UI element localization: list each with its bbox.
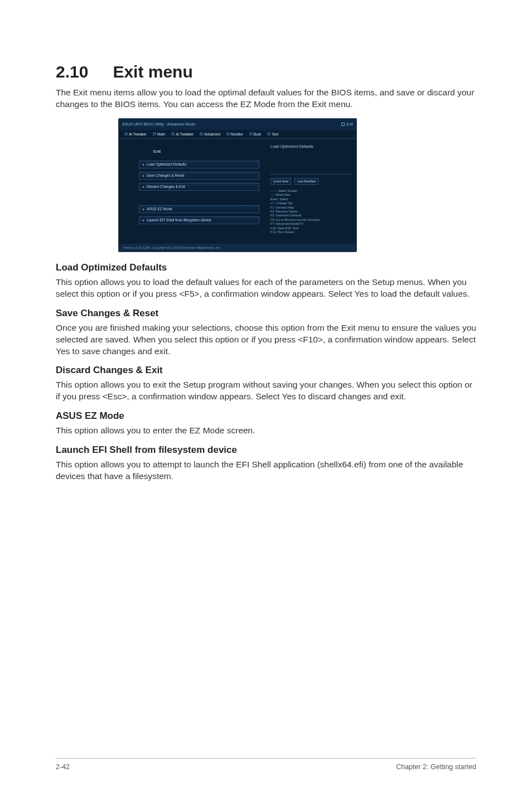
tab-icon [171,132,175,136]
tab-icon [200,132,203,136]
tab-item[interactable]: Main [151,131,167,137]
subheading-discard-changes-exit: Discard Changes & Exit [56,365,476,376]
bios-body: Exit Load Optimized Defaults Save Change… [119,139,356,244]
tab-item[interactable]: Tool [265,131,280,137]
bios-help-panel: Load Optimized Defaults Quick Note Last … [266,139,356,244]
menu-discard-changes-exit[interactable]: Discard Changes & Exit [139,183,259,191]
quick-note-button[interactable]: Quick Note [270,178,291,185]
help-box: Quick Note Last Modified →←: Select Scre… [270,174,351,235]
subheading-load-optimized-defaults: Load Optimized Defaults [56,262,476,273]
help-description: Load Optimized Defaults [270,144,351,148]
quick-buttons-row: Quick Note Last Modified [270,178,351,185]
paragraph: This option allows you to enter the EZ M… [56,425,476,437]
menu-launch-efi-shell[interactable]: Launch EFI Shell from filesystem device [139,216,259,224]
chapter-label: Chapter 2: Getting started [396,763,476,771]
bios-bottombar: Version 2.10.1208. Copyright (C) 2013 Am… [119,244,356,252]
intro-paragraph: The Exit menu items allow you to load th… [56,87,476,110]
subheading-launch-efi-shell: Launch EFI Shell from filesystem device [56,445,476,456]
menu-save-changes-reset[interactable]: Save Changes & Reset [139,172,259,180]
section-number: 2.10 [56,62,88,81]
paragraph: Once you are finished making your select… [56,322,476,357]
tab-item[interactable]: Monitor [224,131,245,137]
page-footer: 2-42 Chapter 2: Getting started [56,758,476,771]
bios-version-text: Version 2.10.1208. Copyright (C) 2013 Am… [123,246,221,249]
bios-tab-row: Ai Tweaker Main Ai Tweaker Advanced Moni… [119,130,356,139]
key-help-text: →←: Select Screen ↑↓: Select Item Enter:… [270,189,351,235]
page-number: 2-42 [56,763,70,771]
bios-title-text: ASUS UEFI BIOS Utility - Advanced Mode [122,122,195,126]
last-modified-button[interactable]: Last Modified [294,178,318,185]
exit-label: Exit [153,149,259,154]
tab-item[interactable]: Boot [247,131,263,137]
section-heading: Exit menu [113,62,192,81]
paragraph: This option allows you to exit the Setup… [56,379,476,403]
tab-icon [226,132,230,136]
bios-menu-panel: Exit Load Optimized Defaults Save Change… [119,139,266,244]
subheading-save-changes-reset: Save Changes & Reset [56,308,476,319]
menu-separator [139,194,259,202]
tab-icon [124,132,128,136]
page-title: 2.10Exit menu [56,62,476,81]
bios-screenshot: ASUS UEFI BIOS Utility - Advanced Mode E… [118,118,357,252]
document-page: 2.10Exit menu The Exit menu items allow … [0,0,532,802]
subheading-asus-ez-mode: ASUS EZ Mode [56,410,476,422]
menu-load-optimized-defaults[interactable]: Load Optimized Defaults [139,161,259,168]
paragraph: This option allows you to attempt to lau… [56,459,476,482]
tab-icon [249,132,253,136]
bios-exit-button[interactable]: Exit [341,122,353,126]
tab-item[interactable]: Ai Tweaker [169,131,196,137]
tab-item[interactable]: Ai Tweaker [122,131,149,137]
bios-titlebar: ASUS UEFI BIOS Utility - Advanced Mode E… [119,119,356,130]
tab-icon [267,132,270,136]
tab-icon [153,132,156,136]
tab-item[interactable]: Advanced [197,131,223,137]
paragraph: This option allows you to load the defau… [56,277,476,300]
exit-icon [341,123,345,126]
menu-ez-mode[interactable]: ASUS EZ Mode [139,205,259,213]
